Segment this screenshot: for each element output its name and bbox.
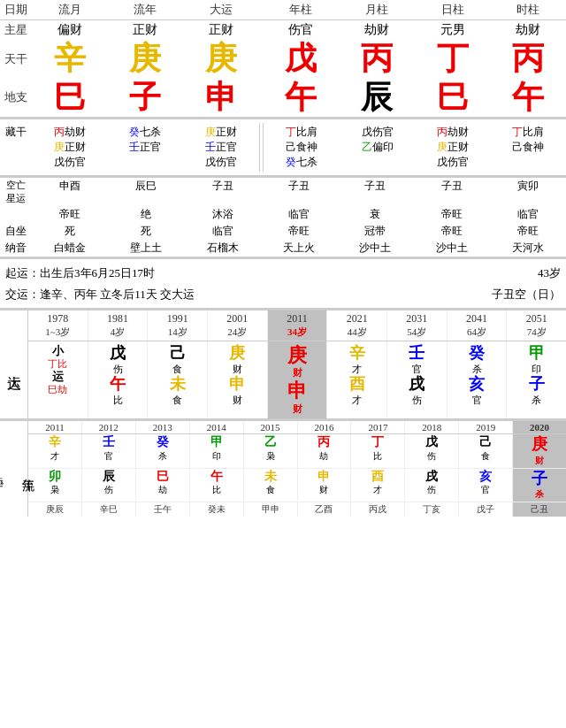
di-zhi-row: 地支 巳 子 申 午 辰 巳 午 xyxy=(0,79,566,118)
ln-char-col-0: 辛 才 xyxy=(28,434,82,468)
col-header-liu-year: 流年 xyxy=(108,0,184,20)
ln-year-col-5: 2016 xyxy=(298,421,352,433)
da-yun-age-6: 54岁 xyxy=(387,326,447,339)
cang-6-line1-rel: 比肩 xyxy=(523,126,544,138)
col-header-date: 日期 xyxy=(0,0,32,20)
da-yun-year-3: 2001 xyxy=(208,312,267,326)
dy-bsub-7: 官 xyxy=(447,394,507,407)
col-header-nian-zhu: 年柱 xyxy=(263,0,339,20)
ln-xy-col-5: 乙酉 xyxy=(298,502,352,517)
da-yun-col-6: 2031 54岁 xyxy=(387,310,447,341)
dy-top-2: 己 xyxy=(148,344,207,364)
ln-char-col-5: 丙 劫 xyxy=(298,434,352,468)
dy-bsub-1: 比 xyxy=(88,394,148,407)
dy-tsub-6: 官 xyxy=(387,364,447,375)
star-row-wangx: 帝旺 绝 沐浴 临官 衰 帝旺 临官 xyxy=(0,206,566,223)
dy-bsub-8: 杀 xyxy=(507,394,566,407)
star-zizuo-3: 帝旺 xyxy=(261,223,337,240)
star-label-wangx xyxy=(0,206,32,223)
cang-1-line1-rel: 七杀 xyxy=(140,126,161,138)
ln-char-col-7: 戊 伤 xyxy=(405,434,459,468)
da-yun-tian-gan: 庚 xyxy=(183,40,259,79)
ln-year-col-2: 2013 xyxy=(136,421,190,433)
liu-nian-xiaoyun-row: 庚辰 辛巳 壬午 癸未 甲申 乙酉 丙戌 丁亥 戊子 己丑 xyxy=(28,502,566,517)
star-kongwang-6: 寅卯 xyxy=(490,178,566,206)
shi-zhu-main-star: 劫财 xyxy=(490,20,566,41)
shi-zhu-di-zhi: 午 xyxy=(490,79,566,118)
star-kongwang-3: 子丑 xyxy=(261,178,337,206)
ri-zhu-main-star: 元男 xyxy=(415,20,491,41)
da-yun-age-4: 34岁 xyxy=(268,326,327,339)
da-yun-year-0: 1978 xyxy=(28,312,88,326)
da-yun-year-7: 2041 xyxy=(447,312,507,326)
liu-month-di-zhi: 巳 xyxy=(32,79,108,118)
ln-char-col-6: 丁 比 xyxy=(351,434,405,468)
cang-2-line2-rel: 正官 xyxy=(216,141,237,153)
jiao-note: 子丑空（日） xyxy=(492,284,561,304)
da-yun-char-7: 癸 杀 亥 官 xyxy=(447,341,508,418)
liu-nian-bottom-chars-row: 卯 枭 辰 伤 巳 劫 午 比 未 食 申 财 xyxy=(28,469,566,503)
star-wang-6: 临官 xyxy=(490,206,566,223)
nian-zhu-main-star: 伤官 xyxy=(263,20,339,41)
cang-2-line3-char: 戊 xyxy=(205,156,216,168)
cang-3-line3-rel: 七杀 xyxy=(296,156,317,168)
star-kongwang-2: 子丑 xyxy=(185,178,261,206)
dy-tsub-2: 食 xyxy=(148,364,207,375)
cang-2-line2-char: 壬 xyxy=(205,141,216,153)
ln-year-col-4: 2015 xyxy=(244,421,298,433)
da-yun-chars-row: 小 丁比 运 巳劫 戊 伤 午 比 己 食 未 食 xyxy=(28,341,566,418)
dy-bot-4: 申 xyxy=(268,379,327,402)
dy-bsub-4: 财 xyxy=(268,402,327,416)
ln-bchar-col-7: 戌 伤 xyxy=(405,469,459,502)
cang-2-line1-char: 庚 xyxy=(205,126,216,138)
ln-char-col-9-highlight: 庚 财 xyxy=(513,434,566,468)
star-kongwang-5: 子丑 xyxy=(413,178,489,206)
dy-tsub-3: 财 xyxy=(208,364,267,375)
cang-2-line1-rel: 正财 xyxy=(216,126,237,138)
da-yun-age-7: 64岁 xyxy=(447,326,507,339)
dy-top-0: 小 xyxy=(28,344,88,358)
cang-5-line3-char: 戊 xyxy=(437,156,447,168)
cang-6-line1-char: 丁 xyxy=(512,126,523,138)
star-zizuo-4: 冠带 xyxy=(337,223,413,240)
cang-4-line1-rel: 伤官 xyxy=(372,126,394,138)
dy-top-7: 癸 xyxy=(447,344,507,364)
star-kongwang-4: 子丑 xyxy=(337,178,413,206)
ln-xy-col-3: 癸未 xyxy=(190,502,244,517)
qi-label-text: 起运：出生后3年6月25日17时 xyxy=(5,263,155,283)
dy-bsub-6: 伤 xyxy=(387,394,447,407)
ln-bchar-col-5: 申 财 xyxy=(298,469,352,502)
da-yun-inner: 1978 1~3岁 1981 4岁 1991 14岁 2001 24岁 2011… xyxy=(28,310,566,418)
jiao-value: 逢辛、丙年 立冬后11天 交大运 xyxy=(40,287,195,301)
liu-year-di-zhi: 子 xyxy=(108,79,184,118)
yue-zhu-main-star: 劫财 xyxy=(339,20,415,41)
liu-nian-section: 流年 小运 2011 2012 2013 2014 2015 2016 2017… xyxy=(0,419,566,517)
ri-zhu-tian-gan: 丁 xyxy=(415,40,491,79)
ln-xy-col-7: 丁亥 xyxy=(405,502,459,517)
liu-nian-inner: 2011 2012 2013 2014 2015 2016 2017 2018 … xyxy=(28,421,566,517)
da-yun-age-2: 14岁 xyxy=(148,326,207,339)
ln-bchar-col-4: 未 食 xyxy=(244,469,298,502)
jiao-yun-row: 交运：逢辛、丙年 立冬后11天 交大运 子丑空（日） xyxy=(5,284,561,304)
star-zizuo-1: 死 xyxy=(108,223,184,240)
dy-top-1: 戊 xyxy=(88,344,148,364)
ln-bchar-col-0: 卯 枭 xyxy=(28,469,82,502)
row-label-tian-gan: 天干 xyxy=(0,40,32,79)
cang-col-4: 戊伤官 乙偏印 xyxy=(340,123,415,172)
ln-year-col-9-highlight: 2020 xyxy=(513,421,566,433)
dy-top-3: 庚 xyxy=(208,344,267,364)
ln-bchar-col-9-highlight: 子 杀 xyxy=(513,469,566,502)
cang-3-line1-rel: 比肩 xyxy=(296,126,317,138)
da-yun-char-2: 己 食 未 食 xyxy=(148,341,208,418)
da-yun-col-1: 1981 4岁 xyxy=(88,310,149,341)
cang-1-line2-char: 壬 xyxy=(129,141,140,153)
dy-bot-2: 未 xyxy=(148,375,207,395)
da-yun-main-star: 正财 xyxy=(183,20,259,41)
dy-tsub-7: 杀 xyxy=(447,364,507,375)
yue-zhu-di-zhi: 辰 xyxy=(339,79,415,118)
ln-xy-col-6: 丙戌 xyxy=(351,502,405,517)
ln-bchar-col-8: 亥 官 xyxy=(459,469,513,502)
ln-xy-col-2: 壬午 xyxy=(136,502,190,517)
star-nayin-6: 天河水 xyxy=(490,240,566,257)
liu-nian-years-row: 2011 2012 2013 2014 2015 2016 2017 2018 … xyxy=(28,421,566,434)
